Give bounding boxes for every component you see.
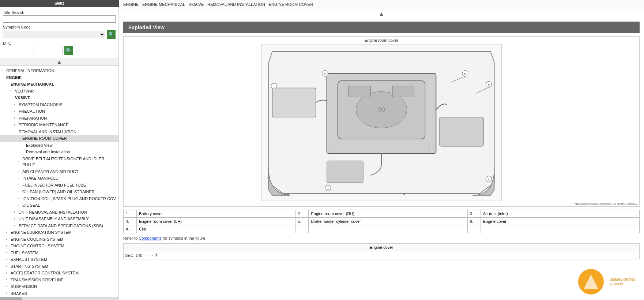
tree-item[interactable]: ›AIR CLEANER AND AIR DUCT (0, 168, 118, 175)
tree-item[interactable]: ›OIL PAN (LOWER) AND OIL STRAINER (0, 188, 118, 195)
dtc-search-button[interactable]: 🔍 (64, 46, 73, 55)
part-name: Air duct (inlet) (481, 210, 639, 218)
title-search-input[interactable] (3, 15, 116, 23)
tree-item[interactable]: ›GENERAL INFORMATION (0, 67, 118, 74)
diagram-credit: NISX0000000010582066-01-JPBIA2359ZZ (124, 201, 639, 206)
part-name (481, 225, 639, 233)
tree-item-label: ENGINE ROOM COVER (22, 135, 67, 142)
diagram-title: Engine room cover (124, 37, 639, 44)
dtc-input-1[interactable] (3, 47, 32, 54)
dtc-input-2[interactable] (34, 47, 63, 54)
parts-table: 1.Battery cover2.Engine room cover (RH)3… (123, 210, 640, 233)
part-number (295, 225, 309, 233)
tree-arrow-icon: › (14, 123, 18, 128)
symptom-code-label: Symptom Code (3, 25, 116, 29)
tree-item[interactable]: ›SUSPENSION (0, 283, 118, 290)
table-row: 1.Battery cover2.Engine room cover (RH)3… (124, 210, 640, 218)
engine-diagram: ∞ 1 2 3 (261, 44, 502, 201)
tree-item-label: IGNITION COIL, SPARK PLUG AND ROCKER COV (22, 196, 116, 202)
tree-item[interactable]: ›SERVICE DATA AND SPECIFICATIONS (SDS) (0, 222, 118, 229)
svg-rect-5 (272, 88, 316, 117)
title-search-label: Title Search (3, 10, 116, 15)
tree-item[interactable]: ›SYMPTOM DIAGNOSIS (0, 101, 118, 108)
part-number: A. (124, 225, 137, 233)
tree-item[interactable]: Removal and Installation (0, 149, 118, 155)
tree-item-label: ENGINE CONTROL SYSTEM (11, 243, 64, 249)
tree-item[interactable]: ›INTAKE MANIFOLD (0, 175, 118, 182)
tree-arrow-icon: › (6, 230, 10, 235)
tree-arrow-icon: › (6, 244, 10, 249)
engine-cover-title: Engine cover (124, 244, 639, 251)
tree-item-label: VK50VE (15, 95, 30, 101)
tree-item[interactable]: ›FUEL SYSTEM (0, 250, 118, 256)
tree-item[interactable]: ›ENGINE COOLING SYSTEM (0, 236, 118, 243)
tree-item[interactable]: ›PREPARATION (0, 115, 118, 122)
tree-item-label: DRIVE BELT AUTO TENSIONER AND IDLER PULL… (22, 156, 117, 168)
tree-item[interactable]: REMOVAL AND INSTALLATION (0, 128, 118, 135)
diagram-area: Engine room cover ∞ (123, 36, 640, 207)
horizontal-scrollbar[interactable] (0, 297, 22, 300)
tree-arrow-icon: › (18, 159, 21, 164)
tree-item-label: EXHAUST SYSTEM (11, 256, 47, 263)
part-number: 4. (124, 218, 137, 225)
svg-rect-10 (327, 161, 364, 183)
tree-arrow-icon: › (14, 223, 18, 228)
tree-arrow-icon: › (18, 183, 21, 188)
tree-item[interactable]: ›FUEL INJECTOR AND FUEL TUBE (0, 182, 118, 189)
tree-item-label: REMOVAL AND INSTALLATION (19, 129, 76, 135)
tree-item-label: STARTING SYSTEM (11, 263, 48, 270)
app-title-bar: eWD (0, 0, 119, 7)
tree-item[interactable]: ›IGNITION COIL, SPARK PLUG AND ROCKER CO… (0, 195, 118, 202)
tree-item-label: FUEL INJECTOR AND FUEL TUBE (22, 182, 86, 188)
tree-item[interactable]: ›PRECAUTION (0, 108, 118, 115)
part-name: Brake master cylinder cover (309, 218, 467, 225)
tree-item[interactable]: ›UNIT DISASSEMBLY AND ASSEMBLY (0, 215, 118, 222)
engine-diagram-svg: ∞ 1 2 3 (261, 44, 502, 201)
content-collapse-btn[interactable]: ▲ (119, 9, 644, 19)
tree-item[interactable]: ENGINE MECHANICAL (0, 81, 118, 88)
tree-item[interactable]: ›BRAKES (0, 290, 118, 297)
tree-item-label: GENERAL INFORMATION (6, 68, 54, 74)
tree-arrow-icon: › (1, 68, 5, 74)
tree-item-label: ENGINE MECHANICAL (11, 81, 54, 87)
section-header-text: Exploded View (128, 25, 165, 30)
tree-arrow-icon: › (6, 264, 10, 269)
part-number (467, 225, 481, 233)
components-link[interactable]: Components (139, 236, 161, 240)
sec-label: SEC. 140 (125, 253, 142, 258)
tree-item[interactable]: ENGINE ROOM COVER (0, 135, 118, 142)
tree-item[interactable]: ›EXHAUST SYSTEM (0, 256, 118, 263)
tree-item-label: OIL SEAL (22, 202, 40, 209)
part-number: 2. (295, 210, 309, 218)
table-row: A.Clip (124, 225, 640, 233)
symptom-code-select[interactable] (3, 31, 105, 38)
tree-arrow-icon: › (6, 257, 10, 262)
tree-item[interactable]: ›DRIVE BELT AUTO TENSIONER AND IDLER PUL… (0, 155, 118, 168)
tree-item-label: PREPARATION (19, 115, 47, 121)
collapse-toggle[interactable]: ▲ (0, 58, 118, 66)
main-content-area: ENGINE - ENGINE MECHANICAL - VK50VE - RE… (119, 0, 644, 300)
tree-item[interactable]: ›ENGINE CONTROL SYSTEM (0, 243, 118, 250)
tree-item[interactable]: ›TRANSMISSION DRIVELINE (0, 277, 118, 284)
tree-item[interactable]: ›VQ37VHR (0, 88, 118, 95)
part-name: Clip (137, 225, 295, 233)
part-number: 5. (295, 218, 309, 225)
tree-item[interactable]: ›ENGINE LUBRICATION SYSTEM (0, 229, 118, 236)
tree-item-label: Exploded View (26, 142, 53, 149)
refer-suffix: for symbols in the figure. (162, 236, 207, 240)
tree-item-label: ENGINE LUBRICATION SYSTEM (11, 229, 72, 236)
tree-item-label: VQ37VHR (15, 88, 34, 94)
part-name: Engine room cover (LH) (137, 218, 295, 225)
tree-item[interactable]: ›PERIODIC MAINTENANCE (0, 121, 118, 128)
svg-text:2: 2 (324, 72, 326, 76)
tree-item[interactable]: VK50VE (0, 94, 118, 101)
tree-item[interactable]: ENGINE (0, 74, 118, 81)
tree-item[interactable]: ›UNIT REMOVAL AND INSTALLATION (0, 209, 118, 216)
search-button[interactable]: 🔍 (107, 30, 116, 39)
svg-text:3: 3 (327, 187, 329, 190)
tree-item[interactable]: Exploded View (0, 142, 118, 149)
tree-item[interactable]: ›ACCELERATOR CONTROL SYSTEM (0, 270, 118, 277)
tree-item[interactable]: ›STARTING SYSTEM (0, 263, 118, 270)
svg-text:1: 1 (273, 85, 275, 88)
tree-item[interactable]: ›OIL SEAL (0, 202, 118, 209)
